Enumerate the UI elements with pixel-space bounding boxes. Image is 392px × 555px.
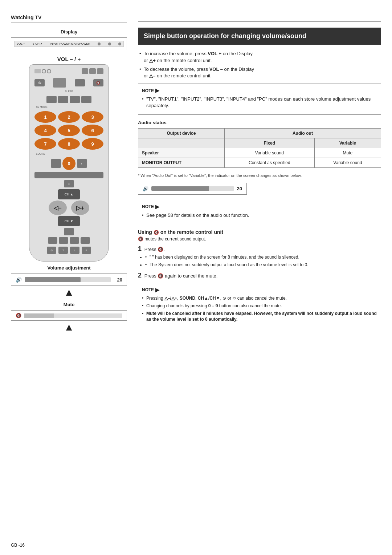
bottom-btn3: i [70, 247, 79, 254]
dot3 [118, 42, 121, 45]
dot2 [108, 42, 111, 45]
asterisk-note: * When "Audio Out" is set to "Variable",… [138, 173, 381, 178]
monitor-label: MONITOR OUTPUT [138, 158, 225, 167]
vol-plus-btn: ▷+ [71, 200, 89, 215]
mute-symbol-note: 🔇 [138, 236, 143, 242]
right-header-divider [138, 15, 381, 22]
vol-main-label: VOL – / + [11, 56, 127, 62]
step1-mute-icon: 🔇 [158, 247, 163, 252]
speaker-icon-vol: 🔊 [16, 277, 22, 283]
main-btn [97, 68, 103, 74]
input-label-small: INPUT POWER MAIN/POWER [50, 42, 90, 45]
variable-header: Variable [314, 138, 381, 148]
audio-out-header: Audio out [224, 128, 381, 138]
step-2: 2 Press 🔇 again to cancel the mute. [138, 272, 381, 279]
mute-symbol-heading: 🔇 [154, 230, 159, 235]
note-label-2: NOTE [142, 203, 154, 210]
output-device-label [138, 138, 225, 148]
audio-status-table: Output device Audio out Fixed Variable S… [138, 128, 381, 168]
monitor-variable: Variable sound [314, 158, 381, 167]
bottom-btn4: ≡ [82, 247, 91, 254]
small-btn3 [70, 237, 79, 244]
ch-label-small: ∨ CH ∧ [32, 42, 42, 45]
vol-minus-btn: ◁− [49, 200, 67, 215]
vi-number: 20 [237, 186, 242, 191]
audio-status-heading: Audio status [138, 120, 381, 125]
note3-bullet1: Pressing △–/△+, SOUND, CH▲/CH▼, ⊙ or ⟳ c… [142, 295, 377, 301]
mode-btn4 [81, 96, 91, 103]
num-6: 6 [82, 125, 103, 136]
note-label-3: NOTE [142, 287, 154, 293]
num-7: 7 [34, 138, 56, 150]
step1-text: Press 🔇. [144, 247, 165, 252]
vol-number: 20 [114, 277, 122, 283]
vol-bar-fill [25, 277, 81, 282]
volume-display-box: 🔊 20 [11, 274, 127, 286]
step2-number: 2 [138, 272, 142, 279]
arrow-minus: △– [149, 73, 155, 78]
vol-indicator-display: 🔊 20 [138, 183, 247, 195]
ch-vol-row: ◁− ▷+ [49, 200, 89, 215]
bullet-section: To increase the volume, press VOL + on t… [138, 50, 381, 79]
note-header-2: NOTE ▶ [142, 203, 377, 211]
ch-up-btn: CH ▲ [58, 189, 80, 199]
vol-plus-label: VOL + [208, 51, 221, 56]
mutes-note: 🔇 mutes the current sound output. [138, 236, 381, 242]
speaker-label: Speaker [138, 148, 225, 158]
note3-bullet3: Mute will be canceled after 8 minutes ha… [142, 311, 377, 323]
mute-icon-display: 🔇 [16, 313, 21, 318]
middle-row1: ⏻ 🔇 [34, 78, 103, 88]
numpad: 1 2 3 4 5 6 7 8 9 [34, 111, 103, 150]
bottom-btn1: ⊙ [47, 247, 56, 254]
note-box-2: NOTE ▶ See page 58 for details on the au… [138, 200, 381, 224]
mute-display-box: 🔇 [11, 310, 127, 321]
speaker-variable: Mute [314, 148, 381, 158]
mute-label: Mute [11, 302, 127, 307]
step-1: 1 Press 🔇. " " has been displayed on the… [138, 245, 381, 268]
remote-control: ⏻ 🔇 SLEEP AV MODE 1 2 3 [29, 64, 109, 262]
note-label-1: NOTE [142, 88, 154, 94]
display-top-bar: VOL + ∨ CH ∧ INPUT POWER MAIN/POWER [14, 41, 124, 47]
watching-tv-header: Watching TV [11, 15, 127, 23]
num-4: 4 [34, 125, 56, 136]
vol-bar [25, 277, 111, 282]
vol-indicator-icon: 🔊 [143, 186, 148, 191]
small-btn2 [59, 237, 68, 244]
step1-bullet2: The System does not suddenly output a lo… [145, 262, 381, 268]
dash-btn: -/-- [77, 159, 87, 168]
note-header-3: NOTE ▶ [142, 286, 377, 294]
display-label: Display [11, 29, 127, 35]
num-5: 5 [58, 125, 80, 136]
note-box-3: NOTE ▶ Pressing △–/△+, SOUND, CH▲/CH▼, ⊙… [138, 283, 381, 327]
num-2: 2 [58, 111, 80, 123]
small-btns-row [34, 237, 103, 244]
mute-arrow-up: ▲ [11, 322, 127, 332]
power-btn [89, 68, 96, 74]
ch-down-btn: CH ▼ [58, 216, 80, 226]
vol-label-small: VOL + [17, 42, 25, 45]
step2-text: Press 🔇 again to cancel the mute. [144, 273, 218, 279]
special-btn1 [51, 159, 61, 168]
note-header-1: NOTE ▶ [142, 87, 377, 94]
mode-btn2 [58, 96, 68, 103]
note-arrow-2: ▶ [155, 203, 159, 211]
vi-bar-fill [151, 186, 209, 191]
note-arrow-1: ▶ [155, 87, 159, 94]
page-number: GB -16 [11, 543, 25, 548]
table-row-speaker: Speaker Variable sound Mute [138, 148, 381, 158]
note2-text: See page 58 for details on the audio out… [142, 212, 377, 219]
rb-btn1 [34, 69, 41, 73]
mode-row [34, 96, 103, 103]
vol-minus-label: VOL – [209, 66, 223, 72]
sound-label: SOUND [34, 153, 103, 155]
mute-bar-fill [24, 313, 54, 318]
table-corner: Output device [138, 128, 225, 138]
long-btn [34, 172, 103, 178]
sleep-label: SLEEP [65, 90, 73, 93]
num-3: 3 [82, 111, 103, 123]
input-group [82, 68, 103, 74]
fixed-header: Fixed [224, 138, 314, 148]
small-btn4 [81, 237, 90, 244]
note-arrow-3: ▶ [155, 286, 159, 294]
mode-btn3 [70, 96, 80, 103]
